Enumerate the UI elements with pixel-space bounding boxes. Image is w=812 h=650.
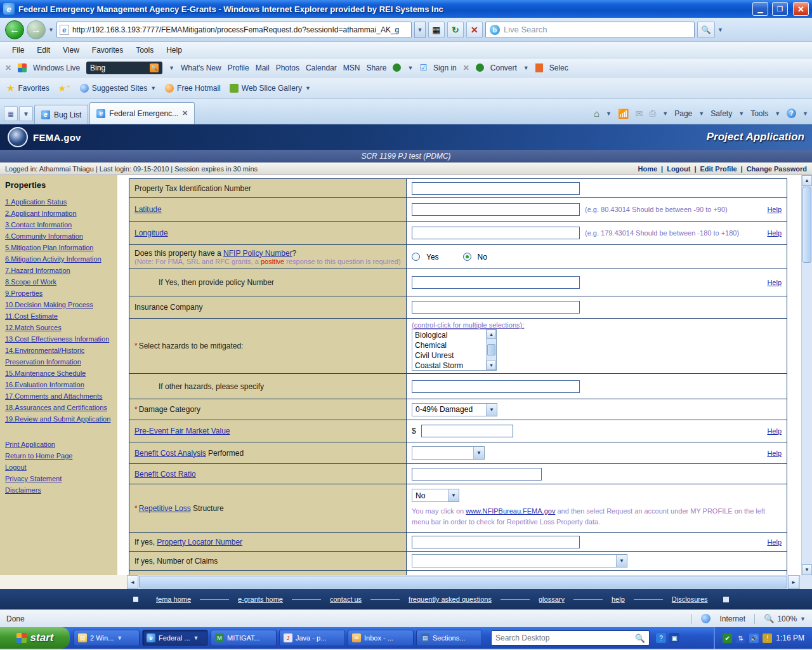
sidebar-item-scope-of-work[interactable]: 8.Scope of Work xyxy=(5,276,114,288)
page-menu[interactable]: Page xyxy=(674,109,692,118)
convert-dropdown-icon[interactable]: ▼ xyxy=(523,65,529,71)
scrollbar-thumb[interactable] xyxy=(139,576,787,588)
pre-event-help-link[interactable]: Help xyxy=(767,427,782,435)
update-icon[interactable]: ! xyxy=(763,633,772,643)
vertical-scrollbar[interactable]: ▲ ▼ xyxy=(801,175,812,575)
compatibility-view-icon[interactable]: ▦ xyxy=(428,22,445,38)
sidebar-item-mitigation-plan[interactable]: 5.Mitigation Plan Information xyxy=(5,242,114,253)
hazard-option-biological[interactable]: Biological xyxy=(415,330,483,340)
pre-event-fmv-link[interactable]: Pre-Event Fair Market Value xyxy=(134,427,230,435)
refresh-button[interactable]: ↻ xyxy=(447,22,464,38)
rss-feed-icon[interactable]: 📶 xyxy=(618,109,629,119)
zoom-control[interactable]: 🔍 100% ▼ xyxy=(764,614,806,623)
live-search-box[interactable]: b Live Search xyxy=(485,22,695,38)
footer-faq-link[interactable]: frequently asked questions xyxy=(400,595,501,603)
search-go-icon[interactable]: 🔍 xyxy=(697,22,715,38)
multiselect-scrollbar[interactable]: ▲ ▼ xyxy=(486,329,496,370)
taskbar-item-java[interactable]: J Java - p... xyxy=(279,630,345,646)
bca-select[interactable]: ▼ xyxy=(412,446,485,460)
scrollbar-thumb[interactable] xyxy=(802,187,811,263)
chevron-down-icon[interactable]: ▼ xyxy=(473,447,484,459)
chevron-down-icon[interactable]: ▼ xyxy=(486,404,497,416)
home-dropdown-icon[interactable]: ▼ xyxy=(606,110,612,117)
property-locator-input[interactable] xyxy=(412,536,580,548)
repetitive-loss-select[interactable]: No ▼ xyxy=(412,489,459,502)
longitude-help-link[interactable]: Help xyxy=(767,229,782,237)
search-dropdown-icon[interactable]: ▼ xyxy=(717,27,723,33)
app-icon[interactable]: ▣ xyxy=(669,633,679,643)
sidebar-item-cost-effectiveness[interactable]: 13.Cost Effectiveness Information xyxy=(5,333,114,345)
start-button[interactable]: start xyxy=(0,627,70,649)
desktop-search-box[interactable]: Search Desktop 🔍 xyxy=(491,630,650,646)
print-icon[interactable]: ⎙ xyxy=(649,108,656,119)
longitude-input[interactable] xyxy=(412,227,580,239)
nfip-policy-number-link[interactable]: NFIP Policy Number xyxy=(223,249,292,258)
help-icon[interactable]: ? xyxy=(787,109,796,118)
footer-glossary-link[interactable]: glossary xyxy=(530,595,573,603)
footer-fema-home-link[interactable]: fema home xyxy=(147,595,200,603)
live-link-msn[interactable]: MSN xyxy=(343,63,360,72)
latitude-link[interactable]: Latitude xyxy=(134,205,162,214)
taskbar-item-windows[interactable]: ▤ 2 Win... ▼ xyxy=(74,630,140,646)
favbar-web-slice[interactable]: Web Slice Gallery ▼ xyxy=(230,84,311,93)
tab-list-icon[interactable]: ▼ xyxy=(19,106,33,121)
sidebar-item-mitigation-activity[interactable]: 6.Mitigation Activity Information xyxy=(5,253,114,265)
taskbar-item-federal[interactable]: e Federal ... ▼ xyxy=(142,630,208,646)
help-icon[interactable]: ? xyxy=(656,633,666,643)
hazards-multiselect[interactable]: Biological Chemical Civil Unrest Coastal… xyxy=(412,329,497,371)
sidebar-item-review-submit[interactable]: 19.Review and Submit Application xyxy=(5,413,114,425)
locator-help-link[interactable]: Help xyxy=(767,538,782,546)
nfip-no-radio[interactable] xyxy=(463,253,471,261)
hazards-options[interactable]: Biological Chemical Civil Unrest Coastal… xyxy=(412,329,486,370)
footer-egrants-home-link[interactable]: e-grants home xyxy=(229,595,292,603)
address-dropdown-icon[interactable]: ▼ xyxy=(414,22,426,38)
change-password-link[interactable]: Change Password xyxy=(747,165,807,173)
add-favorite-icon[interactable]: ★⁺ xyxy=(58,83,71,93)
home-link[interactable]: Home xyxy=(638,165,658,173)
sign-in-link[interactable]: Sign in xyxy=(433,63,457,72)
sidebar-item-properties[interactable]: 9.Properties xyxy=(5,288,114,299)
toolbar-extra-icon[interactable] xyxy=(393,63,401,72)
sidebar-item-comments-attachments[interactable]: 17.Comments and Attachments xyxy=(5,390,114,402)
live-link-whats-new[interactable]: What's New xyxy=(181,63,221,72)
sidebar-action-logout[interactable]: Logout xyxy=(5,461,114,473)
address-field[interactable]: http://192.168.3.193:7777/FEMAMitigation… xyxy=(56,22,412,38)
sidebar-item-community-information[interactable]: 4.Community Information xyxy=(5,230,114,242)
sidebar-item-maintenance-schedule[interactable]: 15.Maintenance Schedule xyxy=(5,368,114,379)
safety-menu[interactable]: Safety xyxy=(710,109,732,118)
nfip-bureau-link[interactable]: www.NFIPBureau.FEMA.gov xyxy=(466,507,555,515)
zoom-dropdown-icon[interactable]: ▼ xyxy=(800,616,806,622)
print-dropdown-icon[interactable]: ▼ xyxy=(662,110,668,117)
live-link-photos[interactable]: Photos xyxy=(276,63,299,72)
live-link-profile[interactable]: Profile xyxy=(228,63,249,72)
network-icon[interactable]: ⇅ xyxy=(736,633,745,643)
favorites-button[interactable]: ★ Favorites xyxy=(6,83,49,94)
tab-federal-emergency[interactable]: e Federal Emergenc... ✕ xyxy=(89,102,195,124)
scroll-down-icon[interactable]: ▼ xyxy=(487,361,496,370)
sidebar-action-return-home[interactable]: Return to Home Page xyxy=(5,450,114,461)
shield-icon[interactable]: ✔ xyxy=(723,633,732,643)
history-dropdown-icon[interactable]: ▼ xyxy=(48,27,54,33)
page-dropdown-icon[interactable]: ▼ xyxy=(698,110,704,117)
menu-view[interactable]: View xyxy=(57,44,85,56)
bing-search-box[interactable]: Bing 🔍 xyxy=(86,62,162,74)
forward-button[interactable]: → xyxy=(27,20,46,39)
scroll-right-icon[interactable]: ► xyxy=(788,575,799,589)
live-link-calendar[interactable]: Calendar xyxy=(306,63,337,72)
live-link-mail[interactable]: Mail xyxy=(256,63,270,72)
benefit-cost-analysis-link[interactable]: Benefit Cost Analysis xyxy=(134,449,206,458)
edit-profile-link[interactable]: Edit Profile xyxy=(700,165,737,173)
chevron-down-icon[interactable]: ▼ xyxy=(448,489,459,501)
tab-bug-list[interactable]: e Bug List xyxy=(34,105,88,124)
bing-dropdown-icon[interactable]: ▼ xyxy=(169,65,174,71)
favbar-free-hotmail[interactable]: Free Hotmail xyxy=(165,84,221,93)
toolbar-close-icon[interactable]: ✕ xyxy=(463,63,469,72)
select-link[interactable]: Selec xyxy=(549,63,568,72)
minimize-button[interactable]: ▁ xyxy=(752,2,768,16)
scroll-up-icon[interactable]: ▲ xyxy=(487,329,496,339)
stop-button[interactable]: ✕ xyxy=(466,22,483,38)
sidebar-action-print-application[interactable]: Print Application xyxy=(5,439,114,450)
bing-search-icon[interactable]: 🔍 xyxy=(150,63,159,72)
pre-event-fmv-input[interactable] xyxy=(421,425,513,437)
sidebar-item-cost-estimate[interactable]: 11.Cost Estimate xyxy=(5,310,114,322)
